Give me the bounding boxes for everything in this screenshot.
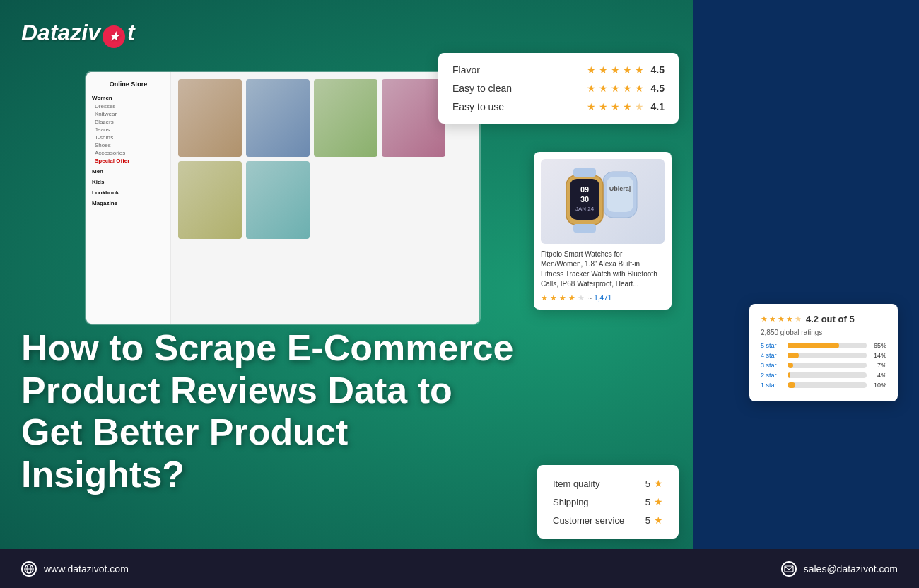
bar-pct-2: 4% — [871, 372, 886, 379]
item-quality-score: 5 ★ — [645, 478, 663, 489]
logo-part2: t — [127, 20, 135, 45]
quality-card: Item quality 5 ★ Shipping 5 ★ Customer s… — [537, 465, 679, 539]
website-url: www.datazivot.com — [44, 563, 129, 575]
logo-part1: Dataziv — [21, 20, 100, 45]
bar-label-1: 1 star — [761, 382, 783, 389]
overall-stars: ★ ★ ★ ★ ★ — [761, 314, 802, 324]
rating-distribution-card: ★ ★ ★ ★ ★ 4.2 out of 5 2,850 global rati… — [749, 304, 898, 401]
ostar3: ★ — [778, 314, 785, 324]
bar-pct-4: 14% — [871, 352, 886, 359]
bar-pct-1: 10% — [871, 382, 886, 389]
bar-track-4 — [788, 353, 867, 358]
ostar4: ★ — [786, 314, 793, 324]
bar-pct-5: 65% — [871, 342, 886, 349]
svg-rect-9 — [573, 224, 596, 233]
svg-rect-1 — [607, 177, 633, 212]
bar-fill-5 — [788, 343, 839, 348]
email-svg — [784, 565, 794, 572]
svg-text:Ubieraj: Ubieraj — [609, 185, 631, 192]
overall-rating: ★ ★ ★ ★ ★ 4.2 out of 5 — [761, 314, 886, 324]
ostar2: ★ — [769, 314, 776, 324]
customer-service-row: Customer service 5 ★ — [553, 514, 663, 526]
customer-service-score: 5 ★ — [645, 514, 663, 526]
bar-4star: 4 star 14% — [761, 352, 886, 359]
star3: ★ — [611, 83, 620, 94]
product-image: Ubieraj 09 30 JAN 24 — [541, 159, 665, 244]
ostar5: ★ — [795, 314, 802, 324]
bar-label-5: 5 star — [761, 342, 783, 349]
bar-track-5 — [788, 343, 867, 348]
globe-svg — [24, 564, 34, 574]
item-quality-star-icon: ★ — [654, 478, 663, 489]
star1: ★ — [587, 101, 596, 112]
pstar5: ★ — [578, 293, 585, 302]
star5: ★ — [635, 83, 644, 94]
rating-card-top: Flavor ★ ★ ★ ★ ★ 4.5 Easy to clean ★ ★ ★… — [438, 53, 679, 124]
star4: ★ — [623, 83, 632, 94]
bar-track-2 — [788, 372, 867, 378]
logo-star-icon: ★ — [103, 25, 125, 48]
watch-svg: Ubieraj 09 30 JAN 24 — [554, 161, 652, 242]
footer-website: www.datazivot.com — [21, 561, 129, 577]
email-icon — [781, 561, 797, 577]
review-count: 1,471 — [594, 294, 611, 302]
bar-pct-3: 7% — [871, 362, 886, 369]
shipping-label: Shipping — [553, 497, 589, 507]
pstar1: ★ — [541, 293, 548, 302]
star4: ★ — [623, 101, 632, 112]
bar-fill-3 — [788, 363, 793, 368]
ostar1: ★ — [761, 314, 768, 324]
main-headline: How to Scrape E-Commerce Product Reviews… — [21, 327, 516, 496]
email-address: sales@datazivot.com — [804, 563, 898, 575]
star3: ★ — [611, 101, 620, 112]
content-layer: Dataziv★t How to Scrape E-Commerce Produ… — [0, 0, 919, 588]
pstar2: ★ — [550, 293, 557, 302]
svg-text:30: 30 — [580, 195, 588, 204]
rating-row-use: Easy to use ★ ★ ★ ★ ★ 4.1 — [452, 101, 665, 112]
use-stars: ★ ★ ★ ★ ★ 4.1 — [587, 101, 665, 112]
use-score: 4.1 — [651, 101, 665, 112]
bar-1star: 1 star 10% — [761, 382, 886, 389]
footer: www.datazivot.com sales@datazivot.com — [0, 549, 919, 588]
product-rating: ★ ★ ★ ★ ★ ~ 1,471 — [541, 293, 665, 302]
bar-5star: 5 star 65% — [761, 342, 886, 349]
bar-label-2: 2 star — [761, 372, 783, 379]
bar-2star: 2 star 4% — [761, 372, 886, 379]
flavor-stars: ★ ★ ★ ★ ★ 4.5 — [587, 64, 665, 76]
clean-label: Easy to clean — [452, 83, 516, 94]
flavor-score: 4.5 — [651, 64, 665, 76]
globe-icon — [21, 561, 37, 577]
item-quality-row: Item quality 5 ★ — [553, 478, 663, 489]
overall-score: 4.2 out of 5 — [806, 314, 855, 324]
clean-stars: ★ ★ ★ ★ ★ 4.5 — [587, 83, 665, 94]
global-ratings-text: 2,850 global ratings — [761, 329, 886, 336]
star3: ★ — [611, 64, 620, 76]
footer-email: sales@datazivot.com — [781, 561, 898, 577]
rating-row-clean: Easy to clean ★ ★ ★ ★ ★ 4.5 — [452, 83, 665, 94]
star2: ★ — [599, 83, 608, 94]
svg-rect-8 — [573, 168, 596, 177]
customer-service-num: 5 — [645, 515, 650, 526]
logo: Dataziv★t — [21, 20, 135, 48]
star1: ★ — [587, 83, 596, 94]
clean-score: 4.5 — [651, 83, 665, 94]
bar-fill-4 — [788, 353, 799, 358]
shipping-num: 5 — [645, 497, 650, 507]
header: Dataziv★t — [21, 20, 135, 48]
bar-fill-1 — [788, 382, 795, 388]
shipping-star-icon: ★ — [654, 496, 663, 507]
shipping-score: 5 ★ — [645, 496, 663, 507]
pstar3: ★ — [559, 293, 566, 302]
star4: ★ — [623, 64, 632, 76]
svg-text:JAN 24: JAN 24 — [575, 206, 594, 212]
star5: ★ — [635, 64, 644, 76]
use-label: Easy to use — [452, 101, 516, 112]
star2: ★ — [599, 101, 608, 112]
bar-fill-2 — [788, 372, 790, 378]
bar-label-3: 3 star — [761, 362, 783, 369]
item-quality-num: 5 — [645, 478, 650, 489]
star2: ★ — [599, 64, 608, 76]
bar-track-1 — [788, 382, 867, 388]
shipping-row: Shipping 5 ★ — [553, 496, 663, 507]
bar-label-4: 4 star — [761, 352, 783, 359]
